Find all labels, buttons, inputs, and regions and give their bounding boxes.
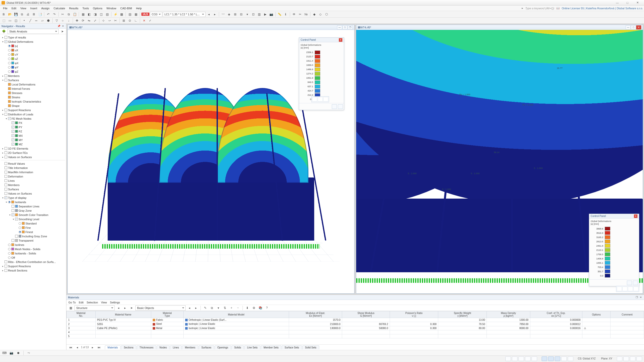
grid-snap-icon[interactable]: ⊞ (121, 18, 127, 23)
tree-item[interactable]: Isotropic Characteristics (1, 99, 66, 104)
viewport-left[interactable]: ▦ WT4.rf6* — □ ❐ Contro (67, 25, 354, 294)
prev-lc-icon[interactable]: ◂ (206, 12, 212, 17)
sb-btn5[interactable] (532, 356, 537, 361)
copy-row-icon[interactable]: ⧉ (209, 305, 215, 311)
mini-r-btn4-icon[interactable] (633, 287, 638, 291)
tree-item[interactable]: Isobands - Solids (1, 251, 66, 255)
materials-menu-go-to[interactable]: Go To (68, 301, 76, 304)
measure-icon[interactable]: 📏 (277, 12, 283, 17)
report-icon[interactable]: 📑 (37, 12, 43, 17)
menu-window[interactable]: Window (104, 6, 118, 10)
vp-left-restore-icon[interactable]: ❐ (348, 25, 353, 29)
tree-item[interactable]: ▸Support Reactions (1, 108, 66, 112)
menu-insert[interactable]: Insert (28, 6, 39, 10)
print-icon[interactable]: 🖨 (25, 12, 31, 17)
filter-table-icon[interactable]: ▾ (216, 305, 221, 311)
print-preview-icon[interactable]: 🗏 (31, 12, 37, 17)
xy-view-icon[interactable]: ⊞ (232, 12, 238, 17)
view-wireframe-icon[interactable]: ▦ (80, 12, 86, 17)
materials-menu-settings[interactable]: Settings (110, 301, 120, 304)
tree-item[interactable]: Local Deformations (1, 82, 66, 86)
tree-item[interactable]: MY (1, 138, 66, 142)
tab-materials[interactable]: Materials (105, 345, 121, 349)
tree-item[interactable]: ▾Smoothing Level (1, 217, 66, 221)
scale-icon[interactable]: ⤢ (92, 18, 98, 23)
vp-left-min-icon[interactable]: — (337, 25, 342, 29)
sb-btn4[interactable] (525, 356, 531, 361)
col-header[interactable]: Coef. of Th. Exp. αx [1/°C] (530, 311, 582, 318)
tree-item[interactable]: Fine (1, 225, 66, 230)
sb-snap5[interactable] (568, 356, 573, 361)
surface-icon[interactable]: ▱ (39, 18, 45, 23)
xz-view-icon[interactable]: ⊟ (238, 12, 244, 17)
tree-item[interactable]: Internal Forces (1, 86, 66, 91)
results-tree-upper[interactable]: ▸Type of results▾Global Deformations|u|u… (0, 34, 66, 350)
materials-close-icon[interactable]: ✕ (639, 296, 642, 299)
tree-item[interactable]: PZ (1, 129, 66, 133)
results-table-icon[interactable]: ▤ (127, 12, 133, 17)
mat-next-icon[interactable]: ▸ (122, 305, 128, 311)
tree-item[interactable]: ▾Smooth Color Transition (1, 213, 66, 217)
tree-item[interactable]: Max/Min Information (1, 170, 66, 174)
sort-icon[interactable]: ⇅ (222, 305, 228, 311)
animation-icon[interactable]: ▶ (263, 12, 268, 17)
tree-item[interactable]: Mesh Nodes - Solids (1, 247, 66, 251)
materials-max-icon[interactable]: ❐ (635, 296, 638, 299)
mat-table-icon[interactable]: ▦ (68, 305, 73, 311)
units-icon[interactable]: ⚙ (251, 305, 257, 311)
tab-line-sets[interactable]: Line Sets (244, 345, 260, 349)
materials-menu-view[interactable]: View (101, 301, 107, 304)
info-icon[interactable]: ℹ (283, 12, 289, 17)
line-icon[interactable]: ╱ (27, 18, 33, 23)
load-icon[interactable]: ↓ (66, 18, 71, 23)
tree-item[interactable]: Members (1, 183, 66, 187)
copy-icon[interactable]: ⧉ (66, 12, 71, 17)
screenshot-icon[interactable]: 📷 (269, 12, 274, 17)
tree-item[interactable]: Separation Lines (1, 204, 66, 208)
vp-left-max-icon[interactable]: □ (342, 25, 347, 29)
tree-item[interactable]: ▸Support Reactions (1, 264, 66, 268)
tab-solids[interactable]: Solids (231, 345, 244, 349)
record-icon[interactable]: ⏺ (16, 350, 21, 356)
select-window-icon[interactable]: ▭ (7, 18, 13, 23)
tree-item[interactable]: Isolines (1, 243, 66, 247)
filter-icon[interactable]: ▾ (245, 12, 250, 17)
view-rendered-icon[interactable]: ◨ (92, 12, 98, 17)
member-icon[interactable]: ═ (33, 18, 39, 23)
tree-item[interactable]: ▾Surfaces (1, 78, 66, 82)
pager-next-icon[interactable]: ▸ (90, 345, 95, 350)
sb-snap2[interactable] (548, 356, 554, 361)
pager-last-icon[interactable]: ⏭ (96, 345, 102, 350)
tree-item[interactable]: ▸Result Sections (1, 268, 66, 273)
sb-view3[interactable] (630, 356, 635, 361)
cli-icon[interactable]: ⌨ (2, 350, 7, 356)
del-row-icon[interactable]: － (235, 305, 241, 311)
menu-cad-bim[interactable]: CAD-BIM (118, 6, 134, 10)
col-header[interactable]: Modulus of Elast. Ex [N/mm²] (289, 311, 342, 318)
pager-first-icon[interactable]: ⏮ (68, 345, 73, 350)
materials-menu-edit[interactable]: Edit (79, 301, 84, 304)
tab-solid-sets[interactable]: Solid Sets (302, 345, 319, 349)
mini-r-btn1-icon[interactable] (617, 287, 622, 291)
open-file-icon[interactable]: 📂 (7, 12, 13, 17)
tree-item[interactable]: Ribs - Effective Contribution on Surfa..… (1, 260, 66, 264)
control-panel-left-close-icon[interactable]: ✕ (339, 38, 342, 42)
tree-item[interactable]: Gray Zone (1, 208, 66, 213)
pager-prev-icon[interactable]: ◂ (74, 345, 80, 350)
move-icon[interactable]: ✥ (74, 18, 80, 23)
col-header[interactable]: Mass Density ρ [kg/m³] (487, 311, 530, 318)
tree-item[interactable]: ▾Global Deformations (1, 39, 66, 44)
sb-btn1[interactable] (505, 356, 511, 361)
sb-view1[interactable] (617, 356, 622, 361)
object-snap-icon[interactable]: ⊙ (127, 18, 133, 23)
next-lc-icon[interactable]: ▸ (212, 12, 218, 17)
script-icon[interactable]: ⤳ (26, 350, 31, 356)
tree-item[interactable]: Lines (1, 178, 66, 183)
materials-menu-selection[interactable]: Selection (87, 301, 98, 304)
mini-r-btn3-icon[interactable] (628, 287, 633, 291)
menu-results[interactable]: Results (67, 6, 80, 10)
table-row[interactable]: 2S355SteelIsotropic | Linear Elastic2100… (67, 322, 644, 326)
tree-item[interactable]: Finest (1, 230, 66, 234)
tree-item[interactable]: Result Values (1, 161, 66, 166)
tab-openings[interactable]: Openings (215, 345, 231, 349)
